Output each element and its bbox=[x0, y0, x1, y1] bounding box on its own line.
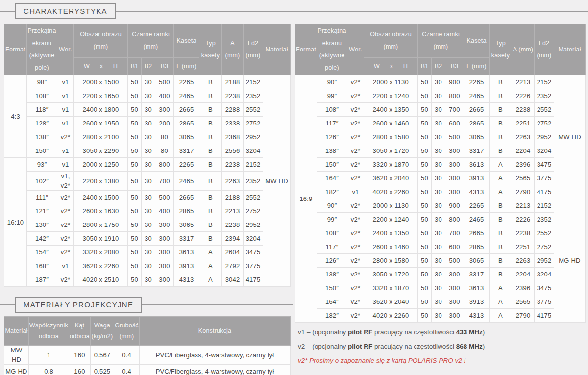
cell-cassette-l: 2265 bbox=[174, 158, 199, 172]
cell-cassette-l: 2865 bbox=[464, 240, 490, 254]
cell-a-mm: 2188 bbox=[222, 191, 244, 204]
cell-b1: 50 bbox=[418, 213, 432, 226]
cell-diagonal: 111″ bbox=[27, 191, 57, 204]
cell-a-mm: 2288 bbox=[222, 103, 244, 117]
cell-b1: 50 bbox=[128, 172, 142, 191]
cell-cassette-l: 3065 bbox=[174, 218, 199, 232]
cell-b2: 30 bbox=[432, 185, 445, 199]
spec-table-left: Format Przekątna ekranu (aktywne pole) W… bbox=[4, 24, 291, 287]
cell-cassette-type: B bbox=[199, 130, 222, 144]
cell-ld2-mm: 2552 bbox=[244, 191, 263, 204]
cell-diagonal: 150″ bbox=[317, 281, 347, 295]
spec-row: 182″v14020 x 226050303004313A27904175 bbox=[295, 185, 586, 199]
cell-b3: 300 bbox=[445, 172, 464, 185]
spec-sheet-page: CHARAKTERYSTYKA Format Przekątna ekranu … bbox=[0, 0, 588, 375]
cell-cassette-l: 3913 bbox=[464, 172, 490, 185]
cell-b1: 50 bbox=[418, 117, 432, 130]
cell-b2: 30 bbox=[432, 226, 445, 240]
cell-cassette-type: B bbox=[490, 89, 512, 103]
cell-image-area: 2600 x 1460 bbox=[364, 240, 418, 254]
cell-a-mm: 2238 bbox=[512, 226, 535, 240]
cell-b1: 50 bbox=[128, 218, 142, 232]
cell-version: v2* bbox=[57, 246, 74, 259]
cell-b2: 30 bbox=[142, 246, 155, 259]
cell-cassette-l: 3317 bbox=[464, 268, 490, 281]
cell-version: v2* bbox=[347, 199, 364, 213]
cell-image-area: 2400 x 1500 bbox=[74, 191, 128, 204]
cell-b3: 400 bbox=[155, 204, 174, 218]
cell-diagonal: 121″ bbox=[27, 204, 57, 218]
cell-b1: 50 bbox=[418, 158, 432, 172]
header-reflection-angle: Kąt odbicia bbox=[69, 317, 91, 346]
materials-table-body: MW HD11600.5670.4PVC/Fiberglass, 4-warst… bbox=[4, 346, 291, 375]
cell-format: 4:3 bbox=[4, 75, 27, 158]
spec-row: 90″v2*2000 x 113050309002265B22132152MG … bbox=[295, 199, 586, 213]
cell-weight: 0.567 bbox=[91, 346, 114, 365]
cell-diagonal: 99″ bbox=[317, 213, 347, 226]
spec-row: 187″v2*4020 x 251050303004313A30424175 bbox=[4, 273, 291, 287]
cell-image-area: 3320 x 1870 bbox=[364, 281, 418, 295]
cell-image-area: 2000 x 1130 bbox=[364, 199, 418, 213]
spec-row: 117″v2*2600 x 146050306002865B22512752 bbox=[295, 240, 586, 254]
cell-diagonal: 108″ bbox=[317, 103, 347, 117]
cell-version: v2* bbox=[347, 103, 364, 117]
cell-a-mm: 2213 bbox=[222, 204, 244, 218]
spec-row: 108″v2*2400 x 135050307002665B22382552 bbox=[295, 226, 586, 240]
cell-version: v1 bbox=[57, 158, 74, 172]
cell-version: v1 bbox=[57, 103, 74, 117]
cell-diagonal: 93″ bbox=[27, 158, 57, 172]
cell-a-mm: 2790 bbox=[512, 185, 535, 199]
cell-cassette-l: 2665 bbox=[464, 226, 490, 240]
cell-b2: 30 bbox=[142, 218, 155, 232]
cell-b3: 700 bbox=[155, 172, 174, 191]
cell-diagonal: 150″ bbox=[27, 144, 57, 158]
cell-b1: 50 bbox=[128, 89, 142, 103]
cell-reflection-angle: 160 bbox=[69, 346, 91, 365]
cell-image-area: 2800 x 1580 bbox=[364, 130, 418, 144]
cell-b1: 50 bbox=[128, 191, 142, 204]
header-cassette-type: Typ kasety bbox=[490, 24, 512, 75]
header-format: Format bbox=[4, 24, 27, 75]
cell-cassette-l: 2465 bbox=[464, 89, 490, 103]
cell-a-mm: 2565 bbox=[512, 295, 535, 309]
cell-b1: 50 bbox=[128, 75, 142, 89]
spec-row: 118″v12400 x 180050303002665B22882552 bbox=[4, 103, 291, 117]
cell-b3: 700 bbox=[445, 103, 464, 117]
cell-cassette-l: 3065 bbox=[174, 130, 199, 144]
cell-a-mm: 2368 bbox=[222, 130, 244, 144]
cell-cassette-type: B bbox=[199, 218, 222, 232]
cell-diagonal: 142″ bbox=[27, 232, 57, 246]
header-ld2-mm: Ld2 (mm) bbox=[535, 24, 554, 75]
cell-b3: 300 bbox=[155, 103, 174, 117]
cell-b1: 50 bbox=[418, 103, 432, 117]
cell-cassette-l: 2465 bbox=[464, 213, 490, 226]
cell-b1: 50 bbox=[128, 117, 142, 130]
header-material: Materiał bbox=[263, 24, 291, 75]
cell-b3: 700 bbox=[445, 226, 464, 240]
cell-ld2-mm: 2952 bbox=[535, 254, 554, 268]
cell-b1: 50 bbox=[418, 199, 432, 213]
cell-b3: 80 bbox=[155, 130, 174, 144]
cell-cassette-l: 3317 bbox=[464, 144, 490, 158]
cell-a-mm: 2251 bbox=[512, 240, 535, 254]
cell-diagonal: 182″ bbox=[317, 309, 347, 323]
cell-diagonal: 138″ bbox=[317, 268, 347, 281]
cell-b1: 50 bbox=[418, 144, 432, 158]
cell-ld2-mm: 2152 bbox=[535, 75, 554, 89]
cell-ld2-mm: 3204 bbox=[535, 144, 554, 158]
cell-version: v2* bbox=[57, 232, 74, 246]
cell-b1: 50 bbox=[418, 309, 432, 323]
cell-version: v1 bbox=[57, 75, 74, 89]
cell-ld2-mm: 2152 bbox=[244, 158, 263, 172]
cell-b3: 800 bbox=[445, 89, 464, 103]
cell-image-area: 2000 x 1130 bbox=[364, 75, 418, 89]
cell-a-mm: 2396 bbox=[512, 158, 535, 172]
cell-b2: 30 bbox=[142, 191, 155, 204]
cell-ld2-mm: 3475 bbox=[244, 246, 263, 259]
header-image-area: Obszar obrazu (mm) bbox=[74, 24, 128, 58]
footnote-v2-star-warning: v2* Prosimy o zapoznanie się z kartą POL… bbox=[298, 356, 585, 365]
cell-ld2-mm: 4175 bbox=[535, 309, 554, 323]
cell-b3: 300 bbox=[445, 144, 464, 158]
cell-diagonal: 102″ bbox=[27, 172, 57, 191]
cell-cassette-type: B bbox=[199, 89, 222, 103]
